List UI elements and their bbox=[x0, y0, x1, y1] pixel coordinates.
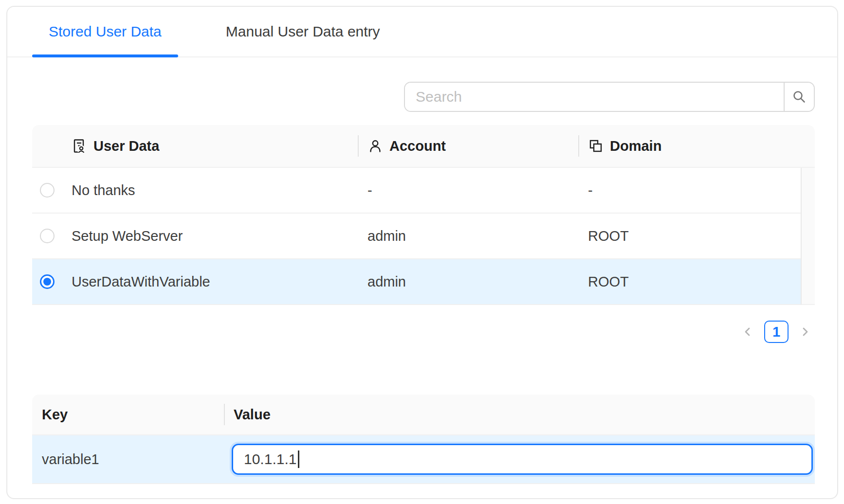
search-input[interactable] bbox=[405, 83, 784, 111]
block-icon bbox=[588, 138, 604, 154]
header-account: Account bbox=[358, 125, 578, 167]
user-data-cell: UserDataWithVariable bbox=[62, 274, 358, 290]
radio-button-checked[interactable] bbox=[40, 274, 55, 289]
header-key: Key bbox=[32, 395, 224, 434]
tab-label: Stored User Data bbox=[49, 23, 162, 40]
table-row[interactable]: Setup WebServer admin ROOT bbox=[32, 214, 801, 259]
column-separator bbox=[358, 135, 359, 157]
kv-table-row: variable1 10.1.1.1 bbox=[32, 435, 815, 484]
column-title: Domain bbox=[610, 138, 661, 154]
table-row-selected[interactable]: UserDataWithVariable admin ROOT bbox=[32, 259, 801, 305]
domain-cell: - bbox=[578, 182, 801, 198]
user-data-cell: No thanks bbox=[62, 182, 358, 198]
stored-user-data-panel: Stored User Data Manual User Data entry bbox=[6, 6, 838, 499]
header-user-data: User Data bbox=[62, 125, 358, 167]
header-value: Value bbox=[224, 395, 815, 434]
chevron-right-icon[interactable] bbox=[795, 321, 815, 343]
row-selection-cell bbox=[32, 274, 62, 289]
tab-panel-content: User Data Account bbox=[7, 82, 837, 484]
tab-manual-user-data-entry[interactable]: Manual User Data entry bbox=[209, 7, 397, 56]
search-box bbox=[404, 82, 815, 112]
column-separator bbox=[578, 135, 579, 157]
key-value-table: Key Value variable1 10.1.1.1 bbox=[32, 395, 815, 484]
column-title: User Data bbox=[93, 138, 159, 154]
row-selection-cell bbox=[32, 229, 62, 243]
user-data-table: User Data Account bbox=[32, 125, 815, 305]
table-row[interactable]: No thanks - - bbox=[32, 168, 801, 214]
header-scrollbar-spacer bbox=[801, 125, 815, 167]
table-scrollbar-track[interactable] bbox=[801, 168, 815, 305]
table-header: User Data Account bbox=[32, 125, 815, 168]
header-selection-column bbox=[32, 125, 62, 167]
column-title: Value bbox=[234, 407, 271, 423]
header-domain: Domain bbox=[578, 125, 801, 167]
text-cursor bbox=[298, 450, 299, 468]
account-cell: admin bbox=[358, 228, 578, 244]
user-data-cell: Setup WebServer bbox=[62, 228, 358, 244]
solution-icon bbox=[72, 138, 87, 154]
active-tab-ink-bar bbox=[32, 54, 178, 57]
table-body: No thanks - - Setup WebServer admin ROOT bbox=[32, 168, 815, 305]
search-button[interactable] bbox=[784, 83, 814, 111]
search-icon bbox=[791, 89, 807, 105]
radio-button[interactable] bbox=[40, 183, 55, 198]
domain-cell: ROOT bbox=[578, 274, 801, 290]
tab-bar: Stored User Data Manual User Data entry bbox=[7, 7, 837, 57]
page-number-button[interactable]: 1 bbox=[764, 321, 789, 343]
account-cell: - bbox=[358, 182, 578, 198]
key-cell: variable1 bbox=[32, 435, 224, 483]
search-row bbox=[32, 82, 815, 112]
chevron-left-icon[interactable] bbox=[738, 321, 757, 343]
tab-stored-user-data[interactable]: Stored User Data bbox=[32, 7, 178, 56]
pagination: 1 bbox=[32, 320, 815, 344]
account-cell: admin bbox=[358, 274, 578, 290]
column-title: Account bbox=[389, 138, 446, 154]
domain-cell: ROOT bbox=[578, 228, 801, 244]
kv-table-header: Key Value bbox=[32, 395, 815, 435]
tab-label: Manual User Data entry bbox=[226, 23, 380, 40]
value-input-text: 10.1.1.1 bbox=[244, 451, 296, 468]
radio-button[interactable] bbox=[40, 229, 55, 243]
value-cell: 10.1.1.1 bbox=[224, 435, 815, 483]
row-selection-cell bbox=[32, 183, 62, 198]
column-separator bbox=[224, 404, 225, 425]
value-input[interactable]: 10.1.1.1 bbox=[232, 444, 813, 475]
user-icon bbox=[367, 138, 383, 154]
